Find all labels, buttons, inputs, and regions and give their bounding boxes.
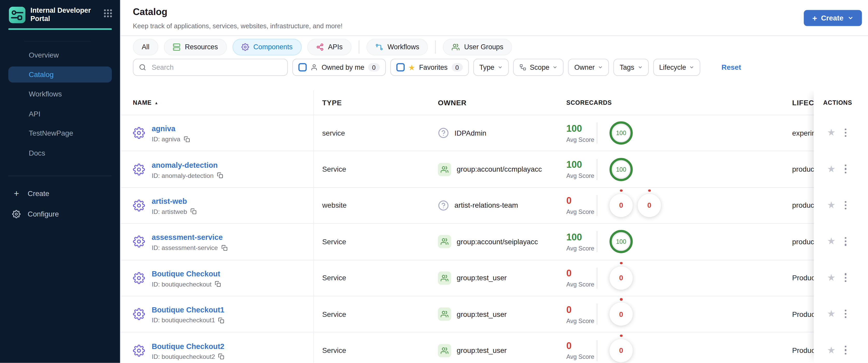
table-row[interactable]: Boutique Checkout ID: boutiquecheckout S… (121, 260, 868, 296)
scorecard-score-ring[interactable]: 0 (610, 339, 633, 362)
favorites-count: 0 (452, 63, 463, 71)
owned-by-me-label: Owned by me (321, 63, 364, 71)
users-icon (452, 43, 460, 51)
tab-resources[interactable]: Resources (164, 38, 227, 55)
favorites-filter[interactable]: ★ Favorites 0 (390, 59, 469, 76)
tab-components[interactable]: Components (232, 38, 302, 55)
tab-workflows[interactable]: Workflows (366, 38, 428, 55)
tab-all[interactable]: All (133, 38, 158, 55)
favorite-star-icon[interactable]: ★ (827, 273, 836, 282)
component-gear-icon (133, 344, 145, 357)
owner-name: group:test_user (457, 346, 507, 355)
app-logo-icon (9, 7, 25, 23)
table-row[interactable]: assessment-service ID: assessment-servic… (121, 223, 868, 260)
copy-icon[interactable] (221, 245, 227, 251)
copy-icon[interactable] (218, 317, 225, 323)
owned-by-me-count: 0 (368, 63, 380, 71)
kebab-menu-icon[interactable] (845, 201, 847, 210)
kebab-menu-icon[interactable] (845, 346, 847, 355)
entity-name-link[interactable]: Boutique Checkout (152, 270, 220, 278)
owner-dropdown[interactable]: Owner (568, 59, 609, 76)
table-row[interactable]: Boutique Checkout1 ID: boutiquecheckout1… (121, 296, 868, 332)
kebab-menu-icon[interactable] (845, 273, 847, 282)
score-divider (597, 304, 597, 325)
table-row[interactable]: anomaly-detection ID: anomaly-detection … (121, 151, 868, 187)
score-divider (597, 159, 597, 180)
sidebar-item-workflows[interactable]: Workflows (0, 84, 120, 104)
page-header: Catalog Keep track of applications, serv… (121, 0, 868, 36)
copy-icon[interactable] (184, 136, 190, 142)
sidebar-create-button[interactable]: + Create (0, 183, 120, 204)
favorite-star-icon[interactable]: ★ (827, 345, 836, 355)
reset-filters-link[interactable]: Reset (722, 63, 741, 71)
kebab-menu-icon[interactable] (845, 128, 847, 137)
table-row[interactable]: Boutique Checkout2 ID: boutiquecheckout2… (121, 332, 868, 363)
entity-name-link[interactable]: Boutique Checkout2 (152, 342, 224, 350)
entity-name-link[interactable]: anomaly-detection (152, 161, 218, 169)
sidebar-item-docs[interactable]: Docs (0, 143, 120, 163)
avg-score-value: 0 (566, 341, 597, 352)
page-title: Catalog (133, 7, 868, 18)
copy-icon[interactable] (217, 173, 223, 179)
sidebar-item-api[interactable]: API (0, 104, 120, 124)
row-actions: ★ (814, 151, 868, 187)
plus-icon: + (12, 188, 28, 199)
copy-icon[interactable] (215, 281, 221, 287)
gear-icon (12, 210, 28, 218)
favorite-star-icon[interactable]: ★ (827, 201, 836, 210)
favorite-star-icon[interactable]: ★ (827, 309, 836, 319)
scorecard-score-ring[interactable]: 100 (610, 230, 633, 253)
create-button[interactable]: + Create (804, 10, 862, 26)
column-header-name[interactable]: NAME ▲ (121, 90, 314, 115)
sidebar-item-catalog[interactable]: Catalog (8, 66, 112, 83)
avg-score-value: 0 (566, 268, 597, 279)
chevron-down-icon (498, 65, 503, 70)
avg-score-label: Avg Score (566, 173, 597, 179)
favorite-star-icon[interactable]: ★ (827, 237, 836, 246)
entity-name-link[interactable]: assessment-service (152, 233, 223, 242)
copy-icon[interactable] (190, 209, 197, 215)
kebab-menu-icon[interactable] (845, 237, 847, 246)
search-input[interactable] (151, 63, 282, 71)
scorecard-score-ring[interactable]: 0 (610, 194, 633, 217)
avg-score-value: 100 (566, 123, 597, 134)
tab-user-groups[interactable]: User Groups (443, 38, 512, 55)
table-row[interactable]: artist-web ID: artistweb website artist-… (121, 187, 868, 223)
scope-dropdown[interactable]: Scope (513, 59, 564, 76)
kebab-menu-icon[interactable] (845, 310, 847, 318)
sidebar-configure-button[interactable]: Configure (0, 204, 120, 224)
component-gear-icon (133, 308, 145, 320)
entity-id: ID: boutiquecheckout1 (152, 317, 215, 324)
brand-title: Internal Developer Portal (31, 7, 93, 23)
entity-name-link[interactable]: Boutique Checkout1 (152, 306, 224, 314)
favorite-star-icon[interactable]: ★ (827, 164, 836, 174)
owned-by-me-checkbox[interactable] (299, 63, 307, 71)
table-row[interactable]: agniva ID: agniva service IDPAdmin 100Av… (121, 115, 868, 151)
internal-developer-portal-app: Internal Developer Portal Overview Catal… (0, 0, 868, 363)
owned-by-me-filter[interactable]: Owned by me 0 (292, 59, 385, 76)
favorite-star-icon[interactable]: ★ (827, 128, 836, 138)
entity-name-link[interactable]: artist-web (152, 197, 187, 206)
favorites-checkbox[interactable] (396, 63, 404, 71)
scorecard-score-ring[interactable]: 0 (610, 303, 633, 326)
avg-score-label: Avg Score (566, 136, 597, 143)
sidebar-item-testnewpage[interactable]: TestNewPage (0, 123, 120, 143)
scorecard-score-ring[interactable]: 100 (610, 158, 633, 181)
kebab-menu-icon[interactable] (845, 164, 847, 173)
score-divider (597, 340, 597, 361)
copy-icon[interactable] (218, 354, 225, 360)
group-owner-icon (438, 307, 451, 321)
lifecycle-dropdown[interactable]: Lifecycle (653, 59, 700, 76)
sidebar-item-overview[interactable]: Overview (0, 45, 120, 65)
scorecard-score-ring[interactable]: 0 (610, 266, 633, 290)
entity-name-link[interactable]: agniva (152, 125, 175, 133)
component-gear-icon (133, 272, 145, 284)
tags-dropdown[interactable]: Tags (614, 59, 649, 76)
type-dropdown[interactable]: Type (473, 59, 509, 76)
apps-grid-icon[interactable] (104, 9, 113, 18)
entity-id: ID: boutiquecheckout (152, 281, 211, 288)
group-owner-icon (438, 344, 451, 357)
tab-apis[interactable]: APIs (307, 38, 351, 55)
scorecard-score-ring[interactable]: 100 (610, 121, 633, 145)
scorecard-score-ring[interactable]: 0 (638, 194, 661, 217)
